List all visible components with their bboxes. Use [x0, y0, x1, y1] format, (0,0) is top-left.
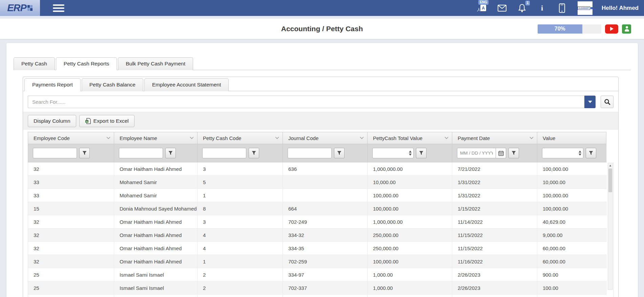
filter-button-employee-code[interactable] [79, 148, 90, 158]
spinner-down-icon [409, 154, 412, 156]
language-icon[interactable]: ENG 人 A [478, 4, 486, 13]
display-column-button[interactable]: Display Column [28, 115, 76, 127]
table-cell: 702-249 [283, 215, 368, 228]
table-cell: 900.00 [537, 268, 607, 281]
table-cell: 250,000.00 [368, 229, 452, 241]
app-logo[interactable]: ERP [0, 0, 40, 16]
filter-input-employee-name[interactable] [119, 148, 163, 158]
table-row[interactable]: 25Ismael Sami Ismael2334-971,000.002/26/… [28, 268, 607, 281]
table-cell: 11/15/2022 [452, 229, 537, 241]
column-header-pettycash-total-value[interactable]: PettyCash Total Value [368, 132, 452, 144]
contact-card-icon[interactable] [622, 24, 631, 34]
language-figure-icon: 人 [477, 7, 481, 12]
mail-icon[interactable] [498, 4, 506, 13]
export-excel-button[interactable]: x Export to Excel [79, 115, 134, 127]
table-cell: 60,000.00 [537, 242, 607, 255]
table-cell: 2 [198, 268, 283, 281]
table-cell: 3 [198, 215, 283, 228]
table-cell: 334-32 [283, 229, 368, 241]
info-icon[interactable]: i [538, 4, 546, 13]
table-cell: 10,000.00 [537, 176, 607, 189]
table-cell: Mohamed Samir [114, 176, 198, 189]
table-cell: 100,000.00 [537, 189, 607, 202]
table-row[interactable]: 32Omar Haitham Hadi Ahmed1702-259100,000… [28, 255, 607, 268]
filter-button-journal-code[interactable] [334, 148, 345, 158]
table-cell: 2 [198, 281, 283, 294]
date-picker-button[interactable] [496, 148, 506, 158]
table-cell: 334-35 [283, 242, 368, 255]
table-cell: 702-337 [283, 281, 368, 294]
filter-button-petty-cash-code[interactable] [249, 148, 259, 158]
table-cell: Omar Haitham Hadi Ahmed [114, 255, 198, 268]
table-row[interactable]: 32Omar Haitham Hadi Ahmed4334-35250,000.… [28, 242, 607, 255]
table-row[interactable]: 32Omar Haitham Hadi Ahmed36361,000,000.0… [28, 162, 607, 176]
table-filter-row [28, 144, 606, 162]
table-cell: Donia Mahmoud Sayed Mohamed [114, 202, 198, 215]
filter-input-journal-code[interactable] [288, 148, 332, 158]
tab-petty-cash-reports[interactable]: Petty Cash Reports [56, 57, 117, 70]
subtab-employee-account-statement[interactable]: Employee Account Statement [144, 78, 229, 91]
column-header-employee-code[interactable]: Employee Code [28, 132, 114, 144]
chevron-down-icon [190, 137, 194, 139]
table-row[interactable]: 32Omar Haitham Hadi Ahmed3702-2491,000,0… [28, 215, 607, 229]
filter-input-employee-code[interactable] [33, 148, 77, 158]
subtab-petty-cash-balance[interactable]: Petty Cash Balance [82, 78, 143, 91]
column-header-petty-cash-code[interactable]: Petty Cash Code [198, 132, 283, 144]
menu-icon[interactable] [53, 3, 64, 14]
youtube-icon[interactable] [605, 24, 618, 34]
filter-button-payment-date[interactable] [508, 148, 519, 158]
funnel-icon [512, 151, 516, 155]
subtab-payments-report[interactable]: Payments Report [24, 78, 81, 91]
search-dropdown-button[interactable] [584, 96, 596, 108]
table-scrollbar[interactable]: ▲ [608, 163, 613, 290]
scroll-up-icon: ▲ [609, 163, 612, 168]
table-row[interactable]: 25Ismael Sami Ismael2702-3371,000.002/26… [28, 281, 607, 295]
table-cell: 334-97 [283, 268, 368, 281]
funnel-icon [168, 151, 173, 155]
table-cell: 2/26/2023 [452, 281, 537, 294]
table-cell: 32 [28, 162, 114, 175]
filter-input-payment-date[interactable] [457, 148, 496, 158]
table-row[interactable]: 15Donia Mahmoud Sayed Mohamed8664100,000… [28, 202, 607, 215]
funnel-icon [589, 151, 593, 155]
main-card: Petty Cash Petty Cash Reports Bulk Petty… [6, 43, 638, 297]
table-cell: 25 [28, 268, 114, 281]
reports-panel: Payments Report Petty Cash Balance Emplo… [23, 77, 619, 297]
search-input[interactable] [28, 96, 584, 108]
table-cell [283, 189, 368, 202]
column-header-value[interactable]: Value [537, 132, 607, 144]
table-cell: 100,000.00 [368, 189, 452, 202]
report-tabs: Payments Report Petty Cash Balance Emplo… [23, 77, 618, 91]
number-spinner[interactable] [408, 148, 413, 158]
navbar-actions: ENG 人 A 1 i CLOUDSOFT Hello! Ahmed [478, 1, 644, 15]
tab-bulk-petty-cash-payment[interactable]: Bulk Petty Cash Payment [118, 57, 193, 70]
table-row[interactable]: 32Omar Haitham Hadi Ahmed4334-32250,000.… [28, 229, 607, 242]
table-cell: 5,000.00 [537, 295, 607, 297]
filter-button-value[interactable] [586, 148, 596, 158]
column-header-payment-date[interactable]: Payment Date [452, 132, 537, 144]
column-header-journal-code[interactable]: Journal Code [283, 132, 368, 144]
table-cell: 1 [198, 295, 283, 297]
notifications-icon[interactable]: 1 [518, 4, 526, 13]
table-cell [283, 176, 368, 189]
language-badge: ENG [478, 0, 489, 5]
title-bar: Accounting / Petty Cash 70% [0, 19, 644, 39]
table-row[interactable]: 78samier Gamal1295,000.003/6/20235,000.0… [28, 295, 607, 297]
chevron-down-icon [529, 137, 534, 139]
mobile-icon[interactable] [558, 4, 566, 13]
spinner-up-icon [409, 151, 412, 153]
table-row[interactable]: 33Mohamed Samir510,000.001/31/202210,000… [28, 176, 607, 189]
table-cell: 702-259 [283, 255, 368, 268]
filter-button-pettycash-total-value[interactable] [416, 148, 427, 158]
chevron-down-icon [588, 101, 592, 103]
tab-petty-cash[interactable]: Petty Cash [14, 57, 55, 70]
filter-input-petty-cash-code[interactable] [202, 148, 246, 158]
chevron-down-icon [444, 137, 449, 139]
column-header-employee-name[interactable]: Employee Name [114, 132, 198, 144]
filter-button-employee-name[interactable] [165, 148, 176, 158]
avatar[interactable]: CLOUDSOFT [578, 1, 593, 15]
search-button[interactable] [601, 96, 614, 108]
table-row[interactable]: 33Mohamed Samir1100,000.001/31/2022100,0… [28, 189, 607, 202]
number-spinner[interactable] [577, 148, 583, 158]
table-cell: 5,000.00 [368, 295, 452, 297]
